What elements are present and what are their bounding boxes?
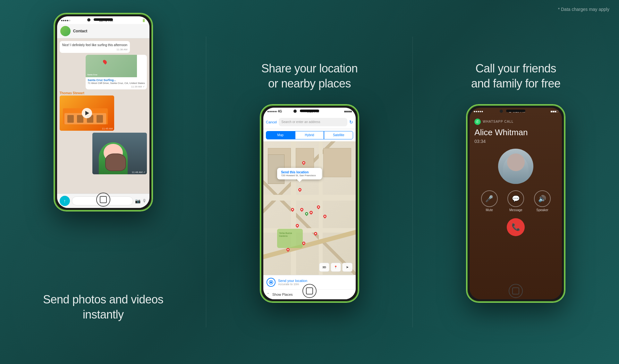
- camera-2: [293, 110, 297, 113]
- map-pin-green: [304, 211, 309, 216]
- building-3: [323, 148, 351, 178]
- screen-3: ●●●●● ▲ 5:20 PM ■■■□ ✆ WHATSAPP CALL Ali…: [470, 108, 562, 299]
- location-card: Santa Cruz Santa Cruz Surfing... 71 West…: [86, 55, 147, 89]
- battery-2: ■■■■: [344, 110, 352, 113]
- home-button-1[interactable]: [96, 193, 110, 207]
- section-calls: Call your friendsand family for free ●●●…: [413, 0, 619, 364]
- sender-name: Thomas Stewart: [60, 91, 147, 95]
- caller-avatar: [498, 149, 533, 184]
- chevron-up-icon: ⌃: [267, 292, 270, 297]
- search-input[interactable]: Search or enter an address: [279, 118, 347, 126]
- video-thumbnail[interactable]: 11:45 AM: [60, 95, 114, 131]
- battery-3: ■■■□: [550, 110, 558, 113]
- section1-caption: Send photos and videosinstantly: [43, 292, 163, 351]
- mute-circle: 🎤: [481, 190, 498, 207]
- refresh-icon[interactable]: ↻: [349, 120, 353, 125]
- map-search-bar: Cancel Search or enter an address ↻: [263, 115, 356, 129]
- photo-message[interactable]: 11:48 AM ✓: [92, 133, 147, 174]
- screen-1: ●●●●○ 11:40 AM 🔋 Contact Nice! I definit…: [57, 16, 149, 208]
- video-play-btn[interactable]: [82, 108, 92, 118]
- signal-status: ●●●●○: [61, 19, 71, 22]
- mute-label: Mute: [486, 208, 493, 212]
- whatsapp-call-header: ✆ WHATSAPP CALL: [470, 115, 562, 126]
- section-photos: ●●●●○ 11:40 AM 🔋 Contact Nice! I definit…: [0, 0, 206, 364]
- map-screen: ●●●●● 4G 5:20 PM ■■■■ Cancel Search or e…: [263, 108, 356, 299]
- camera-icon[interactable]: 📷: [135, 198, 140, 203]
- iphone-1: ●●●●○ 11:40 AM 🔋 Contact Nice! I definit…: [54, 13, 153, 211]
- send-location-subtitle: Accurate to 10m: [278, 283, 352, 286]
- call-duration: 03:34: [470, 139, 562, 149]
- data-charges-notice: * Data charges may apply: [558, 6, 609, 12]
- photo-time: 11:48 AM ✓: [132, 171, 146, 174]
- chat-screen: ●●●●○ 11:40 AM 🔋 Contact Nice! I definit…: [57, 16, 149, 208]
- caller-name: Alice Whitman: [470, 126, 562, 139]
- message-button[interactable]: 💬 Message: [507, 190, 524, 212]
- home-button-3[interactable]: [509, 284, 523, 298]
- caption-text-3: Call your friendsand family for free: [471, 61, 561, 91]
- chat-header: Contact: [57, 24, 149, 38]
- battery-1: 🔋: [142, 19, 146, 22]
- iphone-3: ●●●●● ▲ 5:20 PM ■■■□ ✆ WHATSAPP CALL Ali…: [466, 104, 565, 303]
- message-time-1: 11:38 AM: [62, 48, 127, 51]
- iphone-2: ●●●●● 4G 5:20 PM ■■■■ Cancel Search or e…: [260, 104, 359, 303]
- avatar-image: [498, 149, 533, 184]
- pin-button[interactable]: 📍: [331, 263, 341, 272]
- location-address: 71 West Cliff Drive, Santa Cruz, CA, Uni…: [88, 82, 145, 85]
- map-pin-5: [300, 207, 304, 212]
- 3d-button[interactable]: 3D: [319, 263, 329, 272]
- speaker-3: [506, 110, 525, 112]
- navigate-button[interactable]: ➤: [342, 263, 352, 272]
- park-label: Yerba BuenaGardens: [279, 232, 292, 237]
- send-location-text: Send your location Accurate to 10m: [278, 279, 352, 286]
- speaker-label: Speaker: [536, 208, 548, 212]
- send-button[interactable]: [60, 196, 70, 206]
- location-time: 11:39 AM ✓: [88, 85, 145, 88]
- popup-arrow: [297, 179, 302, 182]
- tab-hybrid[interactable]: Hybrid: [295, 131, 324, 139]
- whatsapp-call-label: WHATSAPP CALL: [483, 120, 513, 123]
- chat-contact-name: Contact: [73, 29, 88, 33]
- cancel-button[interactable]: Cancel: [266, 120, 277, 124]
- main-layout: ●●●●○ 11:40 AM 🔋 Contact Nice! I definit…: [0, 0, 619, 364]
- location-map-thumbnail: Santa Cruz: [86, 55, 137, 77]
- whatsapp-logo: ✆: [474, 119, 481, 125]
- person-head: [507, 153, 525, 171]
- message-text: Nice! I definitely feel like surfing thi…: [62, 43, 127, 47]
- map-pin-3: [298, 187, 302, 192]
- video-time: 11:45 AM: [102, 127, 113, 130]
- message-circle: 💬: [507, 190, 524, 207]
- map-pin-8: [323, 214, 327, 219]
- location-circle-icon: [267, 278, 276, 287]
- speaker-1: [94, 18, 113, 21]
- show-places-text: Show Places: [272, 293, 293, 296]
- send-location-title: Send your location: [278, 279, 352, 283]
- search-placeholder: Search or enter an address: [281, 120, 320, 124]
- mute-button[interactable]: 🎤 Mute: [481, 190, 498, 212]
- screen-2: ●●●●● 4G 5:20 PM ■■■■ Cancel Search or e…: [263, 108, 356, 299]
- street-h1: [263, 195, 356, 201]
- message-label: Message: [509, 208, 522, 212]
- microphone-icon[interactable]: 🎙: [142, 198, 147, 203]
- call-screen: ●●●●● ▲ 5:20 PM ■■■□ ✆ WHATSAPP CALL Ali…: [470, 108, 562, 299]
- map-view[interactable]: Yerba BuenaGardens: [263, 141, 356, 275]
- map-controls: 3D 📍 ➤: [319, 263, 352, 272]
- speaker-2: [300, 110, 319, 112]
- camera-1: [87, 18, 90, 21]
- caption-text-2: Share your locationor nearby places: [261, 61, 358, 91]
- svg-point-0: [270, 281, 272, 283]
- home-button-2[interactable]: [302, 284, 317, 298]
- tab-map[interactable]: Map: [266, 131, 295, 139]
- location-name: Santa Cruz Surfing...: [88, 79, 145, 82]
- map-pin-6: [309, 210, 313, 215]
- tab-satellite[interactable]: Satellite: [324, 131, 353, 139]
- speaker-button[interactable]: 🔊 Speaker: [534, 190, 551, 212]
- call-buttons: 🎤 Mute 💬 Message 🔊 Speaker: [470, 190, 562, 212]
- video-message: Thomas Stewart: [60, 91, 147, 131]
- message-bubble-received: Nice! I definitely feel like surfing thi…: [60, 41, 130, 53]
- popup-address: 720 Howard St, San Francisco: [281, 174, 318, 177]
- end-call-button[interactable]: 📞: [507, 218, 525, 236]
- location-popup: Send this location 720 Howard St, San Fr…: [277, 168, 322, 179]
- popup-title: Send this location: [281, 170, 318, 174]
- chat-messages: Nice! I definitely feel like surfing thi…: [57, 38, 149, 194]
- signal-3: ●●●●●: [473, 110, 483, 113]
